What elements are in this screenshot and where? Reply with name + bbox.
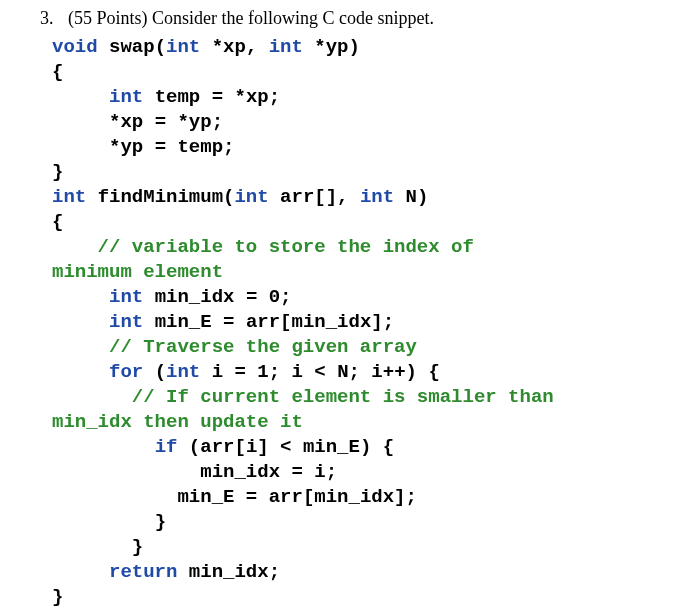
- eq: =: [155, 111, 166, 133]
- star: *: [177, 111, 188, 133]
- id-arr: arr: [280, 186, 314, 208]
- paren-open: (: [155, 361, 166, 383]
- lbracket: [: [234, 436, 245, 458]
- id-N: N: [337, 361, 348, 383]
- semi: ;: [212, 111, 223, 133]
- question-prompt: 3. (55 Points) Consider the following C …: [40, 8, 680, 29]
- star: *: [234, 86, 245, 108]
- id-xp: xp: [223, 36, 246, 58]
- id-min-idx: min_idx: [155, 286, 235, 308]
- semi: ;: [269, 561, 280, 583]
- id-min-E: min_E: [155, 311, 212, 333]
- id-arr: arr: [200, 436, 234, 458]
- kw-if: if: [155, 436, 178, 458]
- id-i: i: [292, 361, 303, 383]
- id-min-E: min_E: [303, 436, 360, 458]
- id-i: i: [371, 361, 382, 383]
- eq: =: [212, 86, 223, 108]
- semi: ;: [406, 486, 417, 508]
- id-xp: xp: [120, 111, 143, 133]
- paren-close: ): [349, 36, 360, 58]
- id-min-idx: min_idx: [292, 311, 372, 333]
- question-number: 3.: [40, 8, 68, 29]
- lt: <: [314, 361, 325, 383]
- star: *: [314, 36, 325, 58]
- brace-open: {: [52, 61, 63, 83]
- semi: ;: [269, 86, 280, 108]
- eq: =: [234, 361, 245, 383]
- id-temp: temp: [177, 136, 223, 158]
- brace-close: }: [52, 161, 63, 183]
- brace-close: }: [132, 536, 143, 558]
- eq: =: [155, 136, 166, 158]
- id-arr: arr: [269, 486, 303, 508]
- rbracket: ]: [326, 186, 337, 208]
- kw-int: int: [166, 36, 200, 58]
- kw-for: for: [109, 361, 143, 383]
- rbracket: ]: [257, 436, 268, 458]
- lbracket: [: [280, 311, 291, 333]
- comma: ,: [337, 186, 348, 208]
- lt: <: [280, 436, 291, 458]
- paren-close: ): [417, 186, 428, 208]
- brace-open: {: [383, 436, 394, 458]
- semi: ;: [383, 311, 394, 333]
- id-min-idx: min_idx: [314, 486, 394, 508]
- code-block: void swap(int *xp, int *yp) { int temp =…: [52, 35, 680, 610]
- kw-int: int: [269, 36, 303, 58]
- brace-open: {: [428, 361, 439, 383]
- fn-swap: swap: [109, 36, 155, 58]
- kw-int: int: [109, 286, 143, 308]
- eq: =: [291, 461, 302, 483]
- paren-open: (: [155, 36, 166, 58]
- comment-1b: minimum element: [52, 261, 223, 283]
- rbracket: ]: [394, 486, 405, 508]
- brace-close: }: [155, 511, 166, 533]
- semi: ;: [223, 136, 234, 158]
- num-0: 0: [269, 286, 280, 308]
- comment-3: // If current element is smaller than: [132, 386, 554, 408]
- inc: ++: [383, 361, 406, 383]
- star: *: [212, 36, 223, 58]
- paren-close: ): [360, 436, 371, 458]
- kw-return: return: [109, 561, 177, 583]
- paren-close: ): [406, 361, 417, 383]
- id-N: N: [406, 186, 417, 208]
- kw-void: void: [52, 36, 98, 58]
- kw-int: int: [234, 186, 268, 208]
- eq: =: [223, 311, 234, 333]
- id-i: i: [246, 436, 257, 458]
- id-min-E: min_E: [177, 486, 234, 508]
- id-arr: arr: [246, 311, 280, 333]
- document-page: 3. (55 Points) Consider the following C …: [0, 0, 700, 610]
- kw-int: int: [109, 86, 143, 108]
- semi: ;: [349, 361, 360, 383]
- kw-int: int: [109, 311, 143, 333]
- question-text: (55 Points) Consider the following C cod…: [68, 8, 434, 29]
- comment-3b: min_idx then update it: [52, 411, 303, 433]
- lbracket: [: [303, 486, 314, 508]
- eq: =: [246, 486, 257, 508]
- rbracket: ]: [371, 311, 382, 333]
- id-i: i: [314, 461, 325, 483]
- lbracket: [: [314, 186, 325, 208]
- num-1: 1: [257, 361, 268, 383]
- comment-2: // Traverse the given array: [109, 336, 417, 358]
- star: *: [109, 111, 120, 133]
- comment-1: // variable to store the index of: [98, 236, 474, 258]
- kw-int: int: [52, 186, 86, 208]
- id-min-idx: min_idx: [200, 461, 280, 483]
- id-yp: yp: [326, 36, 349, 58]
- semi: ;: [280, 286, 291, 308]
- paren-open: (: [223, 186, 234, 208]
- id-yp: yp: [189, 111, 212, 133]
- kw-int: int: [360, 186, 394, 208]
- semi: ;: [269, 361, 280, 383]
- eq: =: [246, 286, 257, 308]
- comma: ,: [246, 36, 257, 58]
- kw-int: int: [166, 361, 200, 383]
- paren-open: (: [189, 436, 200, 458]
- fn-findmin: findMinimum: [98, 186, 223, 208]
- id-yp: yp: [120, 136, 143, 158]
- star: *: [109, 136, 120, 158]
